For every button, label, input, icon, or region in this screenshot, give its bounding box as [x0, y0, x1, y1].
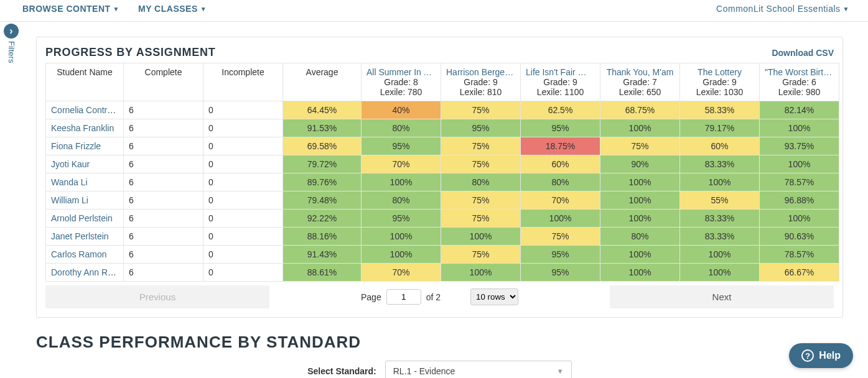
filters-sidebar[interactable]: › Filters [2, 24, 20, 63]
student-link[interactable]: William Li [51, 195, 88, 205]
incomplete-cell: 0 [203, 246, 283, 264]
incomplete-cell: 0 [203, 101, 283, 119]
table-row: Arnold Perlstein6092.22%95%75%100%100%83… [46, 210, 839, 228]
score-cell: 58.33% [680, 101, 760, 119]
assignment-link[interactable]: Life Isn't Fair — Deal With It [526, 67, 595, 77]
score-cell: 80% [521, 173, 600, 191]
score-cell: 70% [521, 191, 600, 210]
score-cell: 79.17% [680, 119, 760, 137]
caret-down-icon: ▼ [557, 367, 564, 375]
pager: Previous Page of 2 10 rows Next [45, 285, 834, 308]
score-cell: 83.33% [680, 155, 760, 173]
average-cell: 89.76% [283, 173, 362, 191]
average-cell: 91.43% [283, 246, 362, 264]
complete-cell: 6 [124, 191, 203, 210]
assignment-link[interactable]: The Lottery [685, 67, 754, 77]
assignment-grade: Grade: 9 [446, 77, 515, 87]
score-cell: 75% [441, 155, 521, 173]
student-link[interactable]: Wanda Li [51, 177, 88, 187]
assignment-link[interactable]: "The Worst Birthday" [765, 67, 834, 77]
table-head: Student Name Complete Incomplete Average… [46, 63, 839, 101]
student-link[interactable]: Janet Perlstein [51, 231, 109, 241]
page-input[interactable] [386, 289, 421, 305]
incomplete-cell: 0 [203, 119, 283, 137]
score-cell: 100% [600, 191, 680, 210]
score-cell: 62.5% [521, 101, 600, 119]
table-body: Cornelia Contralto6064.45%40%75%62.5%68.… [46, 101, 839, 282]
score-cell: 83.33% [680, 228, 760, 246]
score-cell: 95% [362, 210, 441, 228]
score-cell: 100% [680, 264, 760, 282]
nav-browse-label: BROWSE CONTENT [22, 4, 111, 14]
assignment-lexile: Lexile: 780 [366, 87, 436, 97]
caret-down-icon: ▼ [843, 6, 849, 12]
student-name-cell: Arnold Perlstein [46, 210, 124, 228]
student-link[interactable]: Arnold Perlstein [51, 213, 113, 223]
complete-cell: 6 [124, 119, 203, 137]
student-link[interactable]: Dorothy Ann Rourke [51, 267, 124, 277]
score-cell: 75% [441, 246, 521, 264]
average-cell: 91.53% [283, 119, 362, 137]
nav-school-essentials[interactable]: CommonLit School Essentials ▼ [716, 4, 849, 14]
student-link[interactable]: Carlos Ramon [51, 249, 106, 259]
top-nav-left: BROWSE CONTENT ▼ MY CLASSES ▼ [22, 4, 207, 14]
score-cell: 70% [362, 155, 441, 173]
student-name-cell: Wanda Li [46, 173, 124, 191]
nav-browse-content[interactable]: BROWSE CONTENT ▼ [22, 4, 119, 14]
score-cell: 75% [441, 101, 521, 119]
student-name-cell: Carlos Ramon [46, 246, 124, 264]
download-csv-link[interactable]: Download CSV [772, 48, 834, 58]
score-cell: 82.14% [760, 101, 839, 119]
score-cell: 90% [600, 155, 680, 173]
next-button[interactable]: Next [610, 285, 834, 308]
table-row: Jyoti Kaur6079.72%70%75%60%90%83.33%100% [46, 155, 839, 173]
assignment-link[interactable]: Harrison Bergeron [446, 67, 515, 77]
student-link[interactable]: Cornelia Contralto [51, 105, 121, 115]
standard-dropdown[interactable]: RL.1 - Evidence ▼ [385, 361, 572, 378]
expand-icon[interactable]: › [4, 24, 19, 39]
score-cell: 90.63% [760, 228, 839, 246]
col-assignment[interactable]: "The Worst Birthday"Grade: 6Lexile: 980 [760, 63, 839, 101]
col-assignment[interactable]: The LotteryGrade: 9Lexile: 1030 [680, 63, 760, 101]
pager-center: Page of 2 10 rows [269, 288, 610, 305]
incomplete-cell: 0 [203, 191, 283, 210]
col-assignment[interactable]: Thank You, M'amGrade: 7Lexile: 650 [600, 63, 680, 101]
student-link[interactable]: Jyoti Kaur [51, 159, 90, 169]
page-label: Page [361, 292, 381, 302]
score-cell: 40% [362, 101, 441, 119]
student-name-cell: Cornelia Contralto [46, 101, 124, 119]
student-link[interactable]: Fiona Frizzle [51, 141, 101, 151]
score-cell: 95% [521, 119, 600, 137]
assignment-grade: Grade: 9 [526, 77, 595, 87]
assignment-lexile: Lexile: 1100 [526, 87, 595, 97]
score-cell: 100% [680, 246, 760, 264]
complete-cell: 6 [124, 264, 203, 282]
score-cell: 75% [600, 137, 680, 155]
col-assignment[interactable]: Harrison BergeronGrade: 9Lexile: 810 [441, 63, 521, 101]
student-link[interactable]: Keesha Franklin [51, 123, 114, 133]
score-cell: 100% [441, 228, 521, 246]
score-cell: 100% [600, 210, 680, 228]
complete-cell: 6 [124, 101, 203, 119]
help-button[interactable]: ? Help [789, 343, 853, 368]
col-complete: Complete [124, 63, 203, 101]
col-assignment[interactable]: All Summer In A DayGrade: 8Lexile: 780 [362, 63, 441, 101]
previous-button[interactable]: Previous [45, 285, 269, 308]
caret-down-icon: ▼ [113, 6, 119, 12]
complete-cell: 6 [124, 155, 203, 173]
score-cell: 95% [441, 119, 521, 137]
assignment-grade: Grade: 6 [765, 77, 834, 87]
col-assignment[interactable]: Life Isn't Fair — Deal With ItGrade: 9Le… [521, 63, 600, 101]
assignment-link[interactable]: Thank You, M'am [605, 67, 674, 77]
nav-my-classes[interactable]: MY CLASSES ▼ [138, 4, 207, 14]
col-student-name: Student Name [46, 63, 124, 101]
score-cell: 80% [362, 119, 441, 137]
assignment-lexile: Lexile: 650 [605, 87, 674, 97]
score-cell: 100% [441, 264, 521, 282]
assignment-link[interactable]: All Summer In A Day [366, 67, 436, 77]
incomplete-cell: 0 [203, 264, 283, 282]
score-cell: 80% [362, 191, 441, 210]
average-cell: 64.45% [283, 101, 362, 119]
rows-select[interactable]: 10 rows [470, 288, 518, 305]
col-incomplete: Incomplete [203, 63, 283, 101]
